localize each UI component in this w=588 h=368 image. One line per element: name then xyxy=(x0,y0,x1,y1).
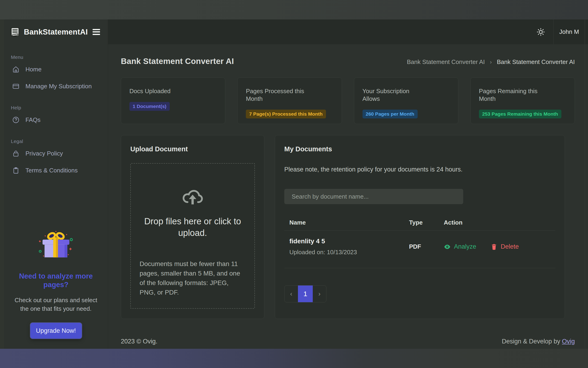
delete-button[interactable]: Delete xyxy=(491,243,519,250)
main-column: John M Bank Statement Converter AI Bank … xyxy=(108,19,588,349)
app-window: BankStatementAI Menu Home Manage My Subs… xyxy=(4,19,588,349)
my-documents-panel: My Documents Please note, the retention … xyxy=(275,135,565,319)
analyze-label: Analyze xyxy=(454,243,476,250)
breadcrumb: Bank Statement Converter AI › Bank State… xyxy=(407,58,575,65)
promo-body: Check out our plans and select the one t… xyxy=(13,296,99,313)
home-icon xyxy=(12,66,19,73)
stats-cards-row: Docs Uploaded 1 Document(s) Pages Proces… xyxy=(121,77,575,124)
footer: 2023 © Ovig. Design & Develop by Ovig xyxy=(121,338,575,349)
cloud-upload-icon xyxy=(181,187,204,206)
sidebar-item-label: Manage My Subscription xyxy=(26,83,92,90)
sun-icon xyxy=(536,28,545,36)
upgrade-promo: Need to analyze more pages? Check out ou… xyxy=(4,230,108,339)
upload-document-panel: Upload Document Drop files here or click… xyxy=(121,135,264,319)
breadcrumb-item[interactable]: Bank Statement Converter AI xyxy=(407,58,485,65)
analyze-button[interactable]: Analyze xyxy=(444,243,476,250)
stat-card-docs-uploaded: Docs Uploaded 1 Document(s) xyxy=(121,77,225,124)
hamburger-menu-icon[interactable] xyxy=(93,29,100,35)
gift-illustration xyxy=(36,230,76,261)
promo-title: Need to analyze more pages? xyxy=(18,272,94,289)
breadcrumb-separator-icon: › xyxy=(490,59,492,65)
document-name-cell: fidenlity 4 5 Uploaded on: 10/13/2023 xyxy=(284,238,404,256)
sidebar-item-terms-conditions[interactable]: Terms & Conditions xyxy=(7,162,105,179)
dropzone-text: Drop files here or click to upload. xyxy=(140,215,245,239)
table-header-row: Name Type Action xyxy=(284,219,555,226)
stat-card-title: Pages Remaining this Month xyxy=(479,87,538,103)
sidebar: BankStatementAI Menu Home Manage My Subs… xyxy=(4,19,108,349)
retention-note: Please note, the retention policy for yo… xyxy=(284,166,555,173)
upload-panel-title: Upload Document xyxy=(130,145,255,153)
documents-table: Name Type Action fidenlity 4 5 Uploaded … xyxy=(284,219,555,268)
sidebar-header: BankStatementAI xyxy=(4,19,108,44)
stat-card-title: Your Subscription Allows xyxy=(362,87,421,103)
delete-label: Delete xyxy=(501,243,519,250)
theme-toggle-button[interactable] xyxy=(528,19,553,44)
ovig-link[interactable]: Ovig xyxy=(562,338,575,345)
clipboard-icon xyxy=(12,167,19,174)
column-header-action: Action xyxy=(439,219,555,226)
sidebar-item-privacy-policy[interactable]: Privacy Policy xyxy=(7,145,105,162)
sidebar-item-label: Home xyxy=(26,66,41,73)
page-content: Bank Statement Converter AI Bank Stateme… xyxy=(108,44,588,349)
nav-section-menu: Menu xyxy=(11,55,105,60)
panels-row: Upload Document Drop files here or click… xyxy=(121,135,575,319)
document-type: PDF xyxy=(404,243,439,250)
breadcrumb-current: Bank Statement Converter AI xyxy=(497,58,575,65)
sidebar-item-label: Terms & Conditions xyxy=(26,167,78,174)
sidebar-item-faqs[interactable]: FAQs xyxy=(7,111,105,128)
copyright-text: 2023 © Ovig. xyxy=(121,338,158,345)
stat-card-title: Docs Uploaded xyxy=(129,87,171,95)
document-uploaded-date: Uploaded on: 10/13/2023 xyxy=(289,249,404,256)
pagination: ‹ 1 › xyxy=(284,285,326,303)
page-title: Bank Statement Converter AI xyxy=(121,56,234,66)
pagination-prev-button[interactable]: ‹ xyxy=(284,285,298,302)
stat-card-subscription-allows: Your Subscription Allows 260 Pages per M… xyxy=(354,77,458,124)
user-menu[interactable]: John M xyxy=(553,19,585,44)
lock-icon xyxy=(12,150,19,157)
search-input[interactable] xyxy=(284,189,463,204)
bank-statement-logo-icon xyxy=(11,27,19,37)
column-header-type: Type xyxy=(404,219,439,226)
documents-panel-title: My Documents xyxy=(284,145,555,153)
stat-card-pages-processed: Pages Processed this Month 7 Page(s) Pro… xyxy=(237,77,342,124)
nav-section-help: Help xyxy=(11,105,105,110)
brand-name: BankStatementAI xyxy=(24,28,93,36)
stat-badge: 7 Page(s) Processed this Month xyxy=(246,110,326,119)
table-row: fidenlity 4 5 Uploaded on: 10/13/2023 PD… xyxy=(284,230,555,264)
upgrade-now-button[interactable]: Upgrade Now! xyxy=(30,323,82,339)
credit-text: Design & Develop by Ovig xyxy=(502,338,575,345)
file-dropzone[interactable]: Drop files here or click to upload. Docu… xyxy=(130,163,255,309)
upload-requirements: Documents must be fewer than 11 pages, s… xyxy=(140,259,246,297)
top-bar: John M xyxy=(108,19,588,44)
document-actions: Analyze Delete xyxy=(439,243,555,250)
table-divider xyxy=(284,268,555,268)
sidebar-item-manage-subscription[interactable]: Manage My Subscription xyxy=(7,78,105,95)
nav-section-legal: Legal xyxy=(11,138,105,144)
trash-icon xyxy=(491,243,498,250)
sidebar-item-label: Privacy Policy xyxy=(26,150,63,157)
pagination-next-button[interactable]: › xyxy=(313,285,326,302)
pagination-page-1[interactable]: 1 xyxy=(298,285,313,302)
credit-card-icon xyxy=(12,83,19,90)
stat-badge: 1 Document(s) xyxy=(129,102,170,111)
sidebar-item-home[interactable]: Home xyxy=(7,61,105,78)
eye-icon xyxy=(444,243,451,250)
document-name: fidenlity 4 5 xyxy=(289,238,404,245)
page-background-bottom xyxy=(0,349,588,368)
stat-card-pages-remaining: Pages Remaining this Month 253 Pages Rem… xyxy=(470,77,575,124)
stat-badge: 260 Pages per Month xyxy=(362,110,418,119)
stat-badge: 253 Pages Remaining this Month xyxy=(479,110,561,119)
sidebar-item-label: FAQs xyxy=(26,116,41,123)
stat-card-title: Pages Processed this Month xyxy=(246,87,305,103)
column-header-name: Name xyxy=(284,219,404,226)
sidebar-nav: Menu Home Manage My Subscription Help FA… xyxy=(4,44,108,179)
title-row: Bank Statement Converter AI Bank Stateme… xyxy=(121,56,575,66)
question-circle-icon xyxy=(12,116,19,123)
page-background-top xyxy=(0,0,588,19)
credit-prefix: Design & Develop by xyxy=(502,338,562,345)
